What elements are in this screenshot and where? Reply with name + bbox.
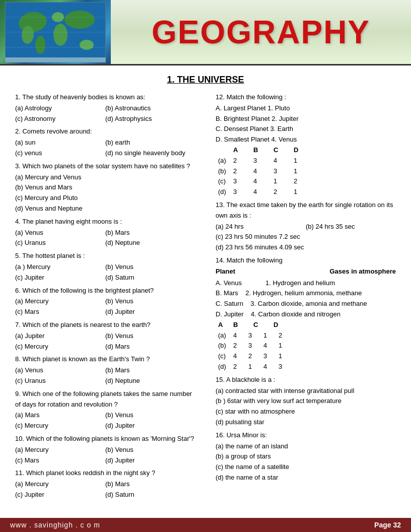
q8-text: 8. Which planet is known as the Earth's …	[15, 354, 195, 365]
header-title: GEOGRAPHY	[152, 14, 370, 51]
q5-text: 5. The hottest planet is :	[15, 251, 195, 261]
q13-opt-d: (d) 23 hrs 56 minutes 4.09 sec	[216, 242, 396, 253]
q10-text: 10. Which of the following planets is kn…	[15, 434, 195, 444]
q3-opt-d: (d) Venus and Neptune	[15, 204, 195, 214]
q1-opt-c: (c) Astronomy	[15, 114, 105, 124]
q10-opt-a: (a) Mercury	[15, 445, 105, 455]
q14-planet-header: Planet	[216, 267, 235, 277]
q14-answer-header: ABCD	[218, 320, 396, 330]
q7-opt-a: (a) Jupiter	[15, 331, 105, 342]
q5-opt-c: (c) Jupiter	[15, 273, 105, 283]
globe-image	[0, 0, 111, 64]
q15-opt-c: (c) star with no atmosphere	[216, 407, 396, 417]
q9-opt-b: (b) Venus	[105, 410, 195, 421]
q8-opt-b: (b) Mars	[105, 365, 195, 376]
q14-gas-header: Gases in atmosphere	[330, 267, 396, 277]
q6-opt-d: (d) Jupiter	[105, 307, 195, 317]
q10-opt-b: (b) Venus	[105, 445, 195, 455]
right-column: 12. Match the following : A. Largest Pla…	[211, 92, 396, 513]
question-8: 8. Which planet is known as the Earth's …	[15, 354, 195, 386]
q16-opt-c: (c) the name of a satellite	[216, 462, 396, 473]
header-title-area: GEOGRAPHY	[111, 0, 411, 64]
q10-opt-c: (c) Mars	[15, 455, 105, 466]
q4-opt-c: (c) Uranus	[15, 238, 105, 248]
q11-opt-c: (c) Jupiter	[15, 490, 105, 500]
q7-opt-c: (c) Mercury	[15, 342, 105, 352]
q1-opt-d: (d) Astrophysics	[105, 114, 195, 124]
q5-opt-a: (a ) Mercury	[15, 262, 105, 273]
q7-opt-d: (d) Mars	[105, 342, 195, 352]
q14-match-c: C. Saturn 3. Carbon dioxide, amonia and …	[216, 299, 396, 309]
question-2: 2. Comets revolve around: (a) sun (b) ea…	[15, 126, 195, 158]
q1-opt-b: (b) Astronautics	[105, 103, 195, 114]
q13-opt-b: (b) 24 hrs 35 sec	[306, 222, 396, 232]
q12-ans-b: (b)2431	[218, 166, 396, 177]
q14-match-b: B. Mars 2. Hydrogen, helium ammonia, met…	[216, 288, 396, 299]
q2-opt-d: (d) no single heavenly body	[105, 148, 195, 159]
q4-text: 4. The planet having eight moons is :	[15, 217, 195, 227]
q11-opt-b: (b) Mars	[105, 479, 195, 490]
q11-opt-d: (d) Saturn	[105, 490, 195, 500]
q12-ans-c: (c)3412	[218, 176, 396, 187]
question-11: 11. Which planet looks reddish in the ni…	[15, 468, 195, 500]
q16-opt-a: (a) the name of an island	[216, 441, 396, 452]
svg-point-7	[80, 40, 94, 50]
q15-opt-d: (d) pulsating star	[216, 417, 396, 428]
q12-match-c: C. Densest Planet 3. Earth	[216, 124, 396, 135]
q12-match-b: B. Brightest Planet 2. Jupiter	[216, 114, 396, 124]
q12-answer-header: ABCD	[218, 145, 396, 156]
q4-opt-d: (d) Neptune	[105, 238, 195, 248]
q12-match-d: D. Smallest Planet 4. Venus	[216, 135, 396, 145]
q12-ans-d: (d)3421	[218, 187, 396, 197]
q6-text: 6. Which of the following is the brighte…	[15, 286, 195, 296]
q8-opt-c: (c) Uranus	[15, 376, 105, 386]
q9-opt-a: (a) Mars	[15, 410, 105, 421]
q13-text: 13. The exact time taken by the earth fo…	[216, 200, 396, 221]
q3-opt-c: (c) Mercury and Pluto	[15, 193, 195, 204]
q2-opt-b: (b) earth	[105, 138, 195, 148]
q16-opt-d: (d) the name of a star	[216, 473, 396, 483]
question-4: 4. The planet having eight moons is : (a…	[15, 217, 195, 248]
q4-opt-a: (a) Venus	[15, 228, 105, 238]
q3-opt-b: (b) Venus and Mars	[15, 182, 195, 193]
svg-rect-8	[5, 57, 106, 62]
svg-point-5	[53, 24, 67, 46]
q14-ans-d: (d)2143	[218, 362, 396, 372]
footer-url: www . savinghigh . c o m	[10, 521, 100, 529]
question-5: 5. The hottest planet is : (a ) Mercury …	[15, 251, 195, 283]
q6-opt-c: (c) Mars	[15, 307, 105, 317]
question-9: 9. Which one of the following planets ta…	[15, 389, 195, 431]
q15-opt-b: (b ) 6star with very low surf act temper…	[216, 396, 396, 407]
q3-text: 3. Which two planets of the solar system…	[15, 161, 195, 172]
q16-opt-b: (b) a group of stars	[216, 451, 396, 462]
q15-text: 15. A blackhole is a :	[216, 375, 396, 385]
question-3: 3. Which two planets of the solar system…	[15, 161, 195, 214]
q4-opt-b: (b) Mars	[105, 228, 195, 238]
q14-ans-a: (a)4312	[218, 330, 396, 341]
q13-opt-c: (c) 23 hrs 50 minutes 7.2 sec	[216, 232, 396, 242]
q9-opt-d: (d) Jupiter	[105, 421, 195, 431]
q7-text: 7. Which of the planets is nearest to th…	[15, 320, 195, 330]
q14-text: 14. Match the following	[216, 255, 396, 266]
q5-opt-d: (d) Saturn	[105, 273, 195, 283]
footer: www . savinghigh . c o m Page 32	[0, 518, 411, 532]
q1-opt-a: (a) Astrology	[15, 103, 105, 114]
question-10: 10. Which of the following planets is kn…	[15, 434, 195, 466]
q7-opt-b: (b) Venus	[105, 331, 195, 342]
question-12: 12. Match the following : A. Largest Pla…	[216, 92, 396, 197]
q2-opt-a: (a) sun	[15, 138, 105, 148]
q6-opt-b: (b) Venus	[105, 296, 195, 307]
svg-point-3	[35, 36, 45, 54]
q16-text: 16. Ursa Minor is:	[216, 430, 396, 441]
q14-ans-b: (b)2341	[218, 341, 396, 351]
q11-text: 11. Which planet looks reddish in the ni…	[15, 468, 195, 479]
q12-match-a: A. Largest Planet 1. Pluto	[216, 103, 396, 114]
q6-opt-a: (a) Mercury	[15, 296, 105, 307]
q1-text: 1. The study of heavenly bodies is known…	[15, 92, 195, 103]
q14-match-d: D. Jupiter 4. Carbon dioxide and nitroge…	[216, 309, 396, 320]
q8-opt-d: (d) Neptune	[105, 376, 195, 386]
q2-opt-c: (c) venus	[15, 148, 105, 159]
question-15: 15. A blackhole is a : (a) contracted st…	[216, 375, 396, 428]
q14-match-a: A. Venus 1. Hydrogen and helium	[216, 278, 396, 289]
q14-ans-c: (c)4231	[218, 351, 396, 362]
